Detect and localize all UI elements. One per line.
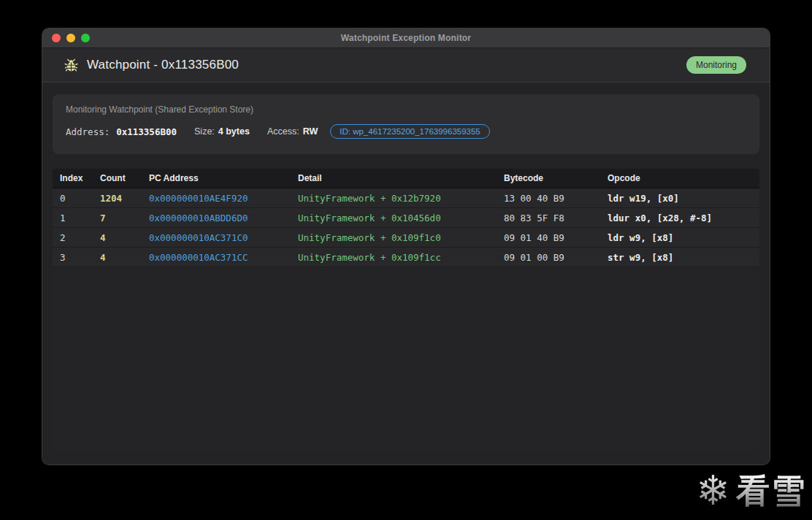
watermark-text: 看雪 bbox=[736, 474, 806, 508]
cell-index: 1 bbox=[53, 213, 100, 223]
close-button[interactable] bbox=[52, 34, 61, 42]
cell-pc-address: 0x000000010AC371C0 bbox=[149, 232, 298, 243]
cell-count: 4 bbox=[100, 232, 149, 243]
info-heading: Monitoring Watchpoint (Shared Exception … bbox=[66, 104, 746, 115]
app-header: Watchpoint - 0x113356B00 Monitoring bbox=[42, 48, 770, 83]
cell-opcode: ldr w9, [x8] bbox=[608, 232, 759, 243]
column-header-index[interactable]: Index bbox=[53, 173, 100, 183]
table-row[interactable]: 2 4 0x000000010AC371C0 UnityFramework + … bbox=[53, 228, 759, 248]
table-body: 0 1204 0x000000010AE4F920 UnityFramework… bbox=[53, 188, 759, 267]
cell-index: 2 bbox=[53, 232, 100, 243]
app-window: Watchpoint Exception Monitor Watch bbox=[42, 28, 770, 465]
access-label: Access: bbox=[267, 126, 299, 137]
table-row[interactable]: 3 4 0x000000010AC371CC UnityFramework + … bbox=[53, 248, 759, 267]
column-header-detail[interactable]: Detail bbox=[298, 173, 504, 183]
size-value: 4 bytes bbox=[218, 126, 250, 137]
cell-bytecode: 13 00 40 B9 bbox=[504, 193, 608, 204]
bug-icon bbox=[64, 58, 78, 72]
cell-count: 1204 bbox=[100, 193, 149, 204]
cell-pc-address: 0x000000010AE4F920 bbox=[149, 193, 298, 204]
column-header-count[interactable]: Count bbox=[100, 173, 149, 183]
cell-index: 3 bbox=[53, 252, 100, 263]
cell-opcode: ldr w19, [x0] bbox=[608, 193, 759, 204]
main-content: Monitoring Watchpoint (Shared Exception … bbox=[42, 83, 770, 464]
watchpoint-info-panel: Monitoring Watchpoint (Shared Exception … bbox=[53, 94, 759, 154]
column-header-opcode[interactable]: Opcode bbox=[608, 173, 759, 183]
cell-bytecode: 80 83 5F F8 bbox=[504, 213, 608, 223]
column-header-pc[interactable]: PC Address bbox=[149, 173, 298, 183]
info-line: Address: 0x113356B00 Size: 4 bytes Acces… bbox=[66, 124, 746, 139]
access-value: RW bbox=[303, 126, 318, 137]
traffic-lights bbox=[52, 28, 90, 47]
column-header-bytecode[interactable]: Bytecode bbox=[504, 173, 608, 183]
cell-count: 4 bbox=[100, 252, 149, 263]
size-label: Size: bbox=[194, 126, 215, 137]
cell-opcode: str w9, [x8] bbox=[608, 252, 759, 263]
table-row[interactable]: 1 7 0x000000010ABDD6D0 UnityFramework + … bbox=[53, 208, 759, 228]
status-badge: Monitoring bbox=[686, 56, 746, 74]
cell-opcode: ldur x0, [x28, #-8] bbox=[608, 213, 759, 223]
window-title: Watchpoint Exception Monitor bbox=[341, 33, 471, 43]
cell-index: 0 bbox=[53, 193, 100, 204]
cell-detail: UnityFramework + 0x109f1c0 bbox=[298, 232, 504, 243]
watchpoint-id-badge: ID: wp_4617235200_1763996359355 bbox=[330, 124, 490, 139]
address-label: Address: bbox=[66, 126, 110, 137]
cell-pc-address: 0x000000010AC371CC bbox=[149, 252, 298, 263]
cell-bytecode: 09 01 40 B9 bbox=[504, 232, 608, 243]
kanxue-watermark: ❄ 看雪 bbox=[696, 470, 806, 511]
exceptions-table: Index Count PC Address Detail Bytecode O… bbox=[53, 169, 759, 454]
table-row[interactable]: 0 1204 0x000000010AE4F920 UnityFramework… bbox=[53, 188, 759, 208]
address-value: 0x113356B00 bbox=[116, 126, 177, 137]
page-title: Watchpoint - 0x113356B00 bbox=[87, 58, 239, 72]
minimize-button[interactable] bbox=[66, 34, 75, 42]
cell-bytecode: 09 01 00 B9 bbox=[504, 252, 608, 263]
cell-pc-address: 0x000000010ABDD6D0 bbox=[149, 213, 298, 223]
maximize-button[interactable] bbox=[81, 34, 90, 42]
titlebar[interactable]: Watchpoint Exception Monitor bbox=[42, 28, 770, 48]
table-header: Index Count PC Address Detail Bytecode O… bbox=[53, 169, 759, 188]
cell-detail: UnityFramework + 0x12b7920 bbox=[298, 193, 504, 204]
cell-detail: UnityFramework + 0x109f1cc bbox=[298, 252, 504, 263]
cell-count: 7 bbox=[100, 213, 149, 223]
cell-detail: UnityFramework + 0x10456d0 bbox=[298, 213, 504, 223]
snowflake-icon: ❄ bbox=[696, 470, 730, 511]
